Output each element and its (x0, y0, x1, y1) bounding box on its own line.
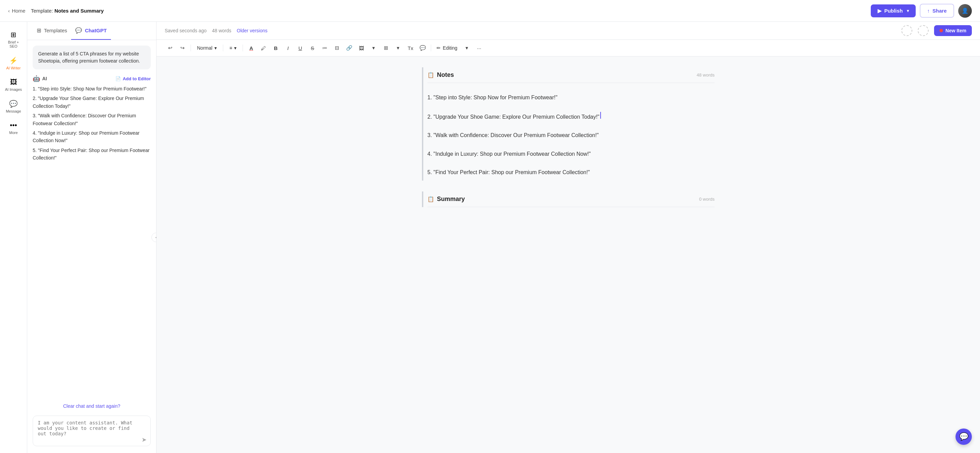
sidebar-item-more[interactable]: ••• More (2, 118, 26, 138)
toolbar-divider-3 (243, 45, 243, 51)
more-icon: ••• (10, 121, 17, 129)
ai-response-line: 5. "Find Your Perfect Pair: Shop our Pre… (33, 146, 151, 162)
notes-title-row: 📋 Notes (427, 72, 454, 79)
numbered-list-button[interactable]: ⊟ (331, 43, 342, 53)
saved-status: Saved seconds ago (165, 28, 207, 33)
toolbar-divider-4 (431, 45, 431, 51)
share-icon: ↑ (927, 8, 930, 14)
align-icon: ≡ (229, 45, 232, 51)
sidebar-item-label: AI Images (5, 87, 22, 92)
summary-title-row: 📋 Summary (427, 196, 465, 203)
notes-list: 1. "Step into Style: Shop Now for Premiu… (427, 90, 714, 181)
chat-messages: Generate a list of 5 CTA phrases for my … (27, 40, 156, 401)
ghost-avatar-2 (918, 25, 929, 36)
notes-list-item: 1. "Step into Style: Shop Now for Premiu… (427, 90, 714, 106)
clear-chat-link[interactable]: Clear chat and start again? (27, 401, 156, 412)
publish-icon: ▶ (878, 8, 882, 14)
summary-section-header: 📋 Summary 0 words (427, 191, 714, 207)
chat-input-area: ➤ (27, 412, 156, 453)
sidebar-item-ai-writer[interactable]: ⚡ AI Writer (2, 53, 26, 73)
editing-dropdown[interactable]: ▾ (461, 43, 472, 53)
table-button[interactable]: ⊞ (380, 43, 391, 53)
chat-input-wrapper: ➤ (33, 416, 151, 448)
chevron-down-icon: ▾ (215, 45, 217, 51)
pencil-icon: ✏ (437, 45, 441, 51)
image-button[interactable]: 🖼 (356, 43, 367, 53)
tab-templates[interactable]: ⊞ Templates (33, 22, 71, 40)
ai-response-line: 2. "Upgrade Your Shoe Game: Explore Our … (33, 95, 151, 110)
ai-content: 1. "Step into Style: Shop Now for Premiu… (33, 85, 151, 164)
editor-status-right: New Item (901, 25, 972, 36)
tab-chatgpt[interactable]: 💬 ChatGPT (71, 22, 111, 40)
older-versions-link[interactable]: Older versions (237, 28, 267, 33)
editor-status-left: Saved seconds ago 48 words Older version… (165, 28, 267, 33)
align-dropdown[interactable]: ≡ ▾ (226, 44, 240, 52)
robot-icon: 🤖 (33, 75, 40, 82)
undo-button[interactable]: ↩ (165, 43, 176, 53)
main-layout: ⊞ Brief + SEO ⚡ AI Writer 🖼 AI Images 💬 … (0, 22, 980, 453)
sidebar-item-brief-seo[interactable]: ⊞ Brief + SEO (2, 27, 26, 52)
notes-section-title: Notes (437, 72, 454, 79)
publish-label: Publish (885, 8, 903, 14)
toolbar-divider-2 (223, 45, 223, 51)
avatar[interactable]: 👤 (958, 4, 972, 17)
text-cursor (600, 112, 601, 119)
sidebar-item-label: AI Writer (6, 66, 21, 70)
sidebar-item-label: More (9, 130, 18, 135)
editor-content[interactable]: 📋 Notes 48 words 1. "Step into Style: Sh… (156, 56, 980, 453)
link-button[interactable]: 🔗 (344, 43, 355, 53)
publish-button[interactable]: ▶ Publish ▾ (871, 5, 916, 17)
bullet-list-button[interactable]: ≔ (319, 43, 330, 53)
tab-templates-label: Templates (44, 27, 67, 33)
share-button[interactable]: ↑ Share (920, 4, 954, 17)
italic-button[interactable]: I (282, 43, 293, 53)
ai-response-line: 1. "Step into Style: Shop Now for Premiu… (33, 85, 151, 92)
ai-images-icon: 🖼 (10, 78, 17, 86)
chatgpt-icon: 💬 (75, 27, 82, 34)
strikethrough-button[interactable]: S (307, 43, 318, 53)
send-button[interactable]: ➤ (142, 436, 147, 443)
templates-icon: ⊞ (37, 27, 41, 34)
underline-button[interactable]: U (295, 43, 305, 53)
brief-seo-icon: ⊞ (11, 30, 16, 39)
notes-section: 📋 Notes 48 words 1. "Step into Style: Sh… (422, 67, 714, 181)
chevron-left-icon: ‹ (8, 8, 10, 14)
text-color-button[interactable]: A (246, 43, 256, 53)
chat-input[interactable] (33, 416, 151, 446)
notes-section-icon: 📋 (427, 72, 434, 78)
add-to-editor-button[interactable]: 📄 Add to Editor (115, 76, 151, 81)
style-dropdown[interactable]: Normal ▾ (194, 44, 220, 52)
template-label: Template: Notes and Summary (31, 8, 104, 14)
bold-button[interactable]: B (270, 43, 281, 53)
redo-button[interactable]: ↪ (177, 43, 188, 53)
home-link[interactable]: ‹ Home (8, 8, 25, 14)
sidebar-item-label: Message (6, 109, 21, 113)
chat-panel: ⊞ Templates 💬 ChatGPT ‹ Generate a list … (27, 22, 156, 453)
chat-tabs: ⊞ Templates 💬 ChatGPT (27, 22, 156, 40)
new-item-label: New Item (946, 28, 966, 33)
more-options-button[interactable]: ··· (474, 43, 485, 53)
table-dropdown[interactable]: ▾ (393, 43, 404, 53)
home-label: Home (12, 8, 25, 14)
summary-section-title: Summary (437, 196, 465, 203)
word-count: 48 words (212, 28, 231, 33)
notes-list-item: 5. "Find Your Perfect Pair: Shop our Pre… (427, 165, 714, 181)
sidebar-item-ai-images[interactable]: 🖼 AI Images (2, 75, 26, 95)
editor-area: Saved seconds ago 48 words Older version… (156, 22, 980, 453)
top-bar: ‹ Home Template: Notes and Summary ▶ Pub… (0, 0, 980, 22)
new-item-dot (940, 29, 943, 32)
image-dropdown[interactable]: ▾ (368, 43, 379, 53)
editor-toolbar: ↩ ↪ Normal ▾ ≡ ▾ A 🖊 B I U S ≔ ⊟ 🔗 🖼 ▾ (156, 40, 980, 56)
comment-button[interactable]: 💬 (417, 43, 428, 53)
highlight-button[interactable]: 🖊 (258, 43, 269, 53)
support-chat-bubble[interactable]: 💬 (956, 429, 972, 445)
ai-message: 🤖 AI 📄 Add to Editor 1. "Step into Style… (33, 75, 151, 164)
sidebar-item-message[interactable]: 💬 Message (2, 96, 26, 117)
ai-message-header: 🤖 AI 📄 Add to Editor (33, 75, 151, 82)
clear-format-button[interactable]: Tx (405, 43, 416, 53)
ai-response-line: 4. "Indulge in Luxury: Shop our Premium … (33, 129, 151, 145)
top-bar-left: ‹ Home Template: Notes and Summary (8, 8, 104, 14)
notes-word-count: 48 words (697, 72, 714, 78)
new-item-button[interactable]: New Item (934, 25, 972, 36)
user-message: Generate a list of 5 CTA phrases for my … (33, 46, 151, 69)
